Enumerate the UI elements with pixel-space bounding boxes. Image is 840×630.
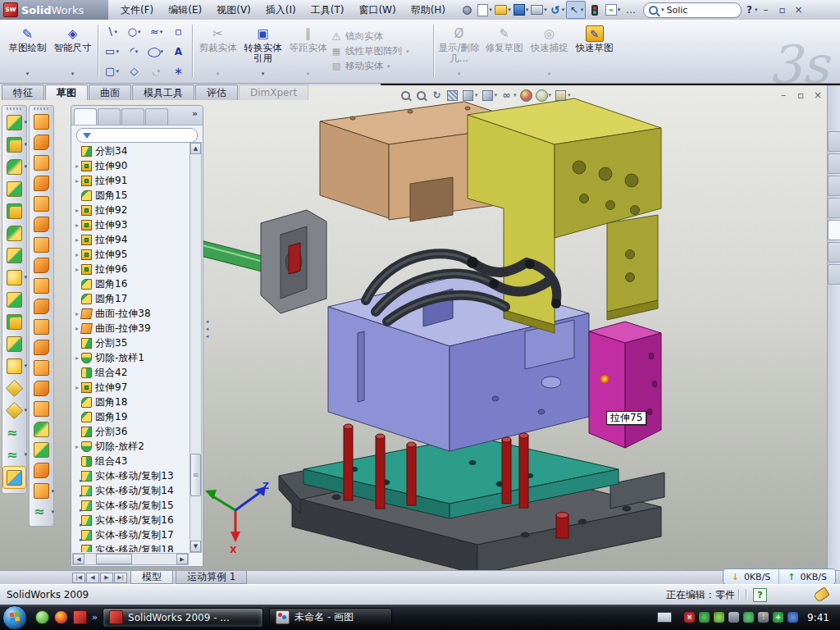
menu-item[interactable]: 插入(I) xyxy=(258,1,304,20)
dropdown-arrow-icon[interactable] xyxy=(24,451,27,458)
dropdown-arrow-icon[interactable] xyxy=(51,509,54,515)
feature-tree-item[interactable]: 实体-移动/复制13 xyxy=(73,468,189,483)
expand-arrow-icon[interactable] xyxy=(73,251,81,258)
messenger-icon[interactable] xyxy=(35,610,49,624)
instant3d-tool[interactable] xyxy=(2,466,26,489)
sync-tray-icon[interactable] xyxy=(788,612,798,623)
delete-body-tool[interactable] xyxy=(3,355,25,377)
toolbar-button[interactable]: 快速草图 xyxy=(572,21,617,81)
thickened-cut-tool[interactable] xyxy=(30,440,52,459)
cut-with-surface-tool[interactable] xyxy=(30,460,52,480)
dropdown-arrow-icon[interactable] xyxy=(618,7,621,13)
undo-icon[interactable] xyxy=(548,2,566,18)
untrim-surface-tool[interactable] xyxy=(30,378,52,398)
last-tab-button[interactable] xyxy=(114,573,127,583)
feature-tree-item[interactable]: 拉伸91 xyxy=(73,173,189,188)
feature-tree-item[interactable]: 曲面-拉伸38 xyxy=(73,306,189,321)
swept-surface-tool[interactable] xyxy=(30,153,52,172)
feature-tree-item[interactable]: 曲面-拉伸39 xyxy=(73,321,189,336)
feature-tree-item[interactable]: 实体-移动/复制14 xyxy=(73,483,189,498)
dropdown-arrow-icon[interactable] xyxy=(116,68,119,75)
dropdown-arrow-icon[interactable] xyxy=(526,7,529,13)
trim-surface-tool[interactable] xyxy=(30,358,52,377)
display-style-icon[interactable] xyxy=(481,87,499,103)
thicken-tool[interactable] xyxy=(30,419,52,439)
extend-surface-tool[interactable] xyxy=(30,337,52,357)
first-tab-button[interactable] xyxy=(72,573,85,583)
next-tab-button[interactable] xyxy=(100,573,113,583)
feature-tree-item[interactable]: 实体-移动/复制15 xyxy=(73,498,189,513)
dropdown-arrow-icon[interactable] xyxy=(262,69,265,80)
dropdown-arrow-icon[interactable] xyxy=(508,7,511,13)
feature-tree-item[interactable]: 拉伸94 xyxy=(73,232,189,247)
help-button[interactable]: ? xyxy=(745,4,754,16)
toolbar-button[interactable]: 线性草图阵列 xyxy=(331,45,431,57)
taskbar-clock[interactable]: 9:41 xyxy=(807,612,829,623)
model-tab[interactable]: 运动算例 1 xyxy=(176,571,247,584)
dropdown-arrow-icon[interactable] xyxy=(71,69,75,80)
toolbar-button[interactable]: 草图绘制 xyxy=(5,21,50,81)
dropdown-arrow-icon[interactable] xyxy=(24,119,27,126)
tree-filter-input[interactable] xyxy=(76,128,198,143)
dropdown-arrow-icon[interactable] xyxy=(24,141,27,148)
freeform-tool[interactable] xyxy=(30,481,52,500)
view-palette-tab[interactable] xyxy=(828,220,840,240)
search-tab[interactable] xyxy=(828,198,840,218)
wireless-tray-icon[interactable] xyxy=(743,612,754,623)
scrollbar-thumb[interactable] xyxy=(96,554,132,564)
appearances-tab[interactable] xyxy=(828,242,840,262)
line-icon[interactable] xyxy=(101,22,123,42)
dropdown-arrow-icon[interactable] xyxy=(406,48,409,55)
search-scope-dropdown-icon[interactable] xyxy=(661,7,664,13)
draft-tool[interactable] xyxy=(3,244,25,266)
feature-tree-item[interactable]: 圆角17 xyxy=(73,291,189,306)
options-icon[interactable] xyxy=(604,2,622,18)
edit-appearance-icon[interactable] xyxy=(519,87,533,103)
menu-item[interactable]: 文件(F) xyxy=(113,1,161,20)
scroll-left-icon[interactable]: ◀ xyxy=(73,554,84,564)
rebuild-icon[interactable] xyxy=(586,2,604,18)
spline-icon[interactable] xyxy=(145,22,167,42)
previous-tab-button[interactable] xyxy=(86,573,99,583)
command-tab[interactable]: 曲面 xyxy=(89,84,131,100)
dropdown-arrow-icon[interactable] xyxy=(135,48,139,55)
search-input[interactable]: Solic xyxy=(643,2,742,18)
toolbar-button[interactable]: 剪裁实体 xyxy=(195,21,240,81)
language-keyboard-icon[interactable] xyxy=(657,612,672,623)
split-tool[interactable] xyxy=(3,311,25,332)
lofted-surface-tool[interactable] xyxy=(30,173,52,193)
model-tab[interactable]: 模型 xyxy=(130,571,173,584)
custom-properties-tab[interactable] xyxy=(828,264,840,285)
menu-item[interactable]: 工具(T) xyxy=(304,1,352,20)
minimize-button[interactable]: – xyxy=(758,2,774,17)
feature-tree-item[interactable]: 实体-移动/复制18 xyxy=(73,542,189,552)
taskbar-window-button[interactable]: SolidWorks 2009 - ... xyxy=(103,608,263,628)
shell-tool[interactable] xyxy=(3,222,25,244)
feature-tree-item[interactable]: 拉伸96 xyxy=(73,262,189,276)
extruded-cut-tool[interactable] xyxy=(3,134,25,155)
polygon-icon[interactable] xyxy=(123,62,145,81)
expand-arrow-icon[interactable] xyxy=(73,443,81,450)
linear-pattern-tool[interactable] xyxy=(3,267,25,288)
home-tab[interactable] xyxy=(828,131,840,152)
dropdown-arrow-icon[interactable] xyxy=(548,69,551,80)
revolved-surface-tool[interactable] xyxy=(30,132,52,152)
extruded-surface-tool[interactable] xyxy=(30,112,52,131)
expand-arrow-icon[interactable] xyxy=(73,384,81,391)
feature-tree-item[interactable]: 实体-移动/复制17 xyxy=(73,527,189,542)
expand-arrow-icon[interactable] xyxy=(73,354,81,362)
propertymanager-tab[interactable] xyxy=(98,108,121,125)
close-button[interactable]: × xyxy=(791,2,807,17)
restore-button[interactable]: ▫ xyxy=(774,2,791,17)
feature-tree-item[interactable]: 拉伸92 xyxy=(73,203,189,217)
expand-arrow-icon[interactable] xyxy=(73,236,81,244)
reference-plane-tool[interactable] xyxy=(3,377,25,399)
solidworks-quicklaunch-icon[interactable] xyxy=(73,610,87,624)
toolbar-button[interactable]: 等距实体 xyxy=(285,21,331,81)
feature-tree-item[interactable]: 切除-放样1 xyxy=(73,350,189,365)
menu-item[interactable]: 编辑(E) xyxy=(161,1,209,20)
command-tab[interactable]: 特征 xyxy=(2,84,44,100)
feature-tree-item[interactable]: 拉伸93 xyxy=(73,217,189,232)
filled-surface-tool[interactable] xyxy=(30,214,52,234)
save-icon[interactable] xyxy=(512,2,530,18)
